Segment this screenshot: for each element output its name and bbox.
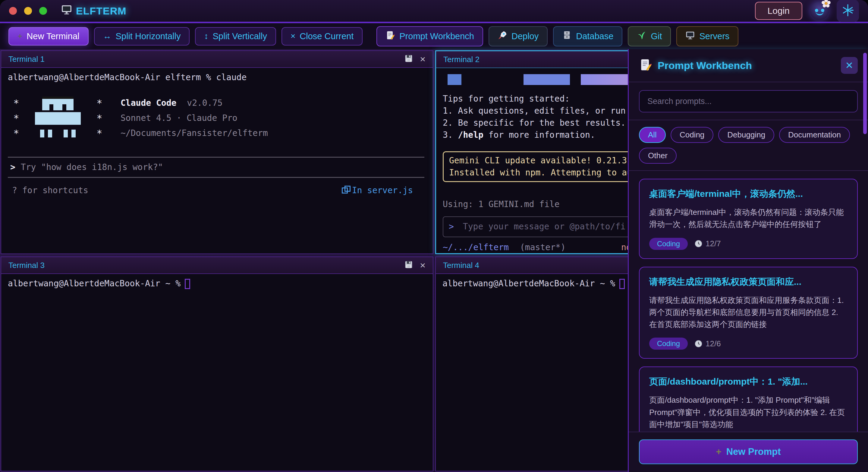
- claude-cwd-line: ~/Documents/Fansister/elfterm: [121, 127, 268, 139]
- app-title-text: ELFTERM: [76, 5, 127, 17]
- split-vertically-button[interactable]: ↕ Split Vertically: [195, 27, 276, 45]
- notepad-icon: [385, 30, 395, 42]
- clock-icon: [694, 240, 703, 248]
- scrollbar-thumb[interactable]: [863, 53, 867, 134]
- new-prompt-button[interactable]: + New Prompt: [639, 439, 858, 464]
- tag-badge: Coding: [649, 238, 688, 250]
- terminal-4-title: Terminal 4: [443, 261, 479, 270]
- servers-label: Servers: [699, 31, 730, 41]
- close-current-button[interactable]: × Close Current: [281, 27, 363, 45]
- terminal-1-header: Terminal 1 ×: [1, 51, 433, 68]
- prompt-card-title: 桌面客户端/terminal中，滚动条仍然...: [649, 188, 847, 200]
- search-input[interactable]: [639, 90, 858, 113]
- maximize-window-button[interactable]: [39, 7, 47, 15]
- claude-brand: Claude Code: [121, 98, 176, 108]
- filter-chip-documentation[interactable]: Documentation: [779, 127, 850, 143]
- close-window-button[interactable]: [9, 7, 17, 15]
- close-terminal-icon[interactable]: ×: [420, 54, 426, 64]
- prompt-caret: >: [10, 162, 16, 172]
- prompt-card[interactable]: 页面/dashboard/prompt中：1. "添加... 页面/dashbo…: [639, 367, 858, 432]
- terminal-1-actions: ×: [404, 54, 426, 64]
- date-label: 12/7: [694, 239, 721, 248]
- prompt-card-body: 页面/dashboard/prompt中：1. "添加 Prompt"和"编辑 …: [649, 394, 847, 431]
- save-icon[interactable]: [404, 260, 413, 270]
- git-button[interactable]: Git: [628, 26, 671, 46]
- shortcuts-hint: ? for shortcuts: [12, 185, 88, 197]
- login-button[interactable]: Login: [755, 2, 802, 20]
- terminal-3-screen[interactable]: albertwang@AlbertdeMacBook-Air ~ %: [1, 274, 433, 471]
- prompt-card-title: 请帮我生成应用隐私权政策页面和应...: [649, 276, 847, 288]
- tag-badge: Coding: [649, 338, 688, 350]
- terminal-3-header: Terminal 3 ×: [1, 257, 433, 274]
- claude-footer: ? for shortcuts In server.js: [8, 185, 426, 197]
- terminal-line: albertwang@AlbertdeMacBook-Air ~ %: [8, 278, 426, 290]
- servers-button[interactable]: Servers: [676, 26, 738, 46]
- minimize-window-button[interactable]: [24, 7, 32, 15]
- filter-chip-debugging[interactable]: Debugging: [718, 127, 774, 143]
- terminal-cursor: [619, 279, 625, 289]
- close-current-label: Close Current: [300, 31, 353, 41]
- claude-model-line: Sonnet 4.5 · Claude Pro: [121, 112, 238, 124]
- claude-banner-row: * * ~/Documents/Fansister/elfterm: [8, 126, 426, 141]
- terminal-pane-1: Terminal 1 × albertwang@AlbertdeMacBook-…: [1, 50, 433, 254]
- database-button[interactable]: Database: [553, 26, 622, 46]
- prompt-workbench-label: Prompt Workbench: [399, 31, 474, 41]
- context-file-label: In server.js: [352, 185, 413, 197]
- new-terminal-button[interactable]: + New Terminal: [8, 27, 89, 45]
- claude-logo-legs: [25, 130, 91, 137]
- banner-bar: [447, 74, 461, 85]
- filter-chip-other[interactable]: Other: [639, 148, 677, 164]
- terminal-1-screen[interactable]: albertwang@AlbertdeMacBook-Air elfterm %…: [1, 68, 433, 253]
- input-placeholder: Type your message or @path/to/fi: [463, 221, 625, 233]
- split-vertical-icon: ↕: [204, 31, 208, 41]
- split-horizontally-label: Split Horizontally: [116, 31, 181, 41]
- claude-input-box[interactable]: >Try "how does i18n.js work?": [8, 157, 424, 178]
- banner-bar: [581, 74, 631, 85]
- prompt-workbench-button[interactable]: Prompt Workbench: [376, 26, 483, 46]
- titlebar-actions: Login: [755, 0, 859, 22]
- close-workbench-button[interactable]: ✕: [841, 57, 858, 74]
- prompt-card[interactable]: 桌面客户端/terminal中，滚动条仍然... 桌面客户端/terminal中…: [639, 179, 858, 259]
- close-terminal-icon[interactable]: ×: [420, 260, 426, 270]
- filter-chip-all[interactable]: All: [639, 127, 666, 143]
- workbench-footer: + New Prompt: [629, 432, 868, 472]
- star-glyph: *: [91, 96, 108, 110]
- prompt-card-body: 请帮我生成应用隐私权政策页面和应用服务条款页面：1. 两个页面的导航栏和底部信息…: [649, 294, 847, 331]
- workbench-search-section: [629, 82, 868, 120]
- snowflake-icon: [841, 4, 855, 18]
- avatar[interactable]: [810, 1, 829, 20]
- workbench-filters: All Coding Debugging Documentation Other: [629, 120, 868, 171]
- prompt-card-footer: Coding 12/7: [649, 238, 847, 250]
- split-horizontal-icon: ↔: [103, 31, 112, 41]
- status-branch: (master*): [520, 242, 566, 252]
- flower-icon: [821, 0, 831, 10]
- prompt-card-body: 桌面客户端/terminal中，滚动条仍然有问题：滚动条只能滑动一次，然后就无法…: [649, 206, 847, 230]
- filter-chip-coding[interactable]: Coding: [671, 127, 713, 143]
- claude-banner-row: * * Claude Code v2.0.75: [8, 96, 426, 111]
- split-horizontally-button[interactable]: ↔ Split Horizontally: [94, 27, 190, 45]
- prompt-card-list: 桌面客户端/terminal中，滚动条仍然... 桌面客户端/terminal中…: [629, 171, 868, 432]
- rocket-icon: [498, 30, 507, 42]
- git-label: Git: [651, 31, 662, 41]
- terminal-pane-3: Terminal 3 × albertwang@AlbertdeMacBook-…: [1, 256, 433, 471]
- deploy-button[interactable]: Deploy: [489, 26, 548, 46]
- star-glyph: *: [91, 111, 108, 125]
- save-icon[interactable]: [404, 54, 413, 64]
- snowflake-settings-button[interactable]: [837, 0, 859, 22]
- claude-banner: * * Claude Code v2.0.75 * * Sonnet 4.5 ·…: [8, 96, 426, 141]
- workbench-title: Prompt Workbench: [658, 60, 752, 71]
- terminal-line: albertwang@AlbertdeMacBook-Air elfterm %…: [8, 71, 426, 84]
- monitor-icon: [685, 30, 695, 42]
- prompt-workbench-panel: Prompt Workbench ✕ All Coding Debugging …: [628, 49, 868, 472]
- close-icon: ×: [290, 31, 296, 41]
- star-glyph: *: [8, 126, 25, 140]
- claude-logo-body: [25, 112, 91, 125]
- status-path: ~/.../elfterm: [443, 242, 509, 252]
- help-command: /help: [458, 130, 484, 140]
- claude-banner-row: * * Sonnet 4.5 · Claude Pro: [8, 111, 426, 126]
- overlap-squares-icon: [342, 187, 348, 193]
- prompt-card[interactable]: 请帮我生成应用隐私权政策页面和应... 请帮我生成应用隐私权政策页面和应用服务条…: [639, 267, 858, 359]
- app-window: ELFTERM Login + New Terminal: [0, 0, 868, 472]
- prompt-card-footer: Coding 12/6: [649, 338, 847, 350]
- context-indicator: In server.js: [342, 185, 413, 197]
